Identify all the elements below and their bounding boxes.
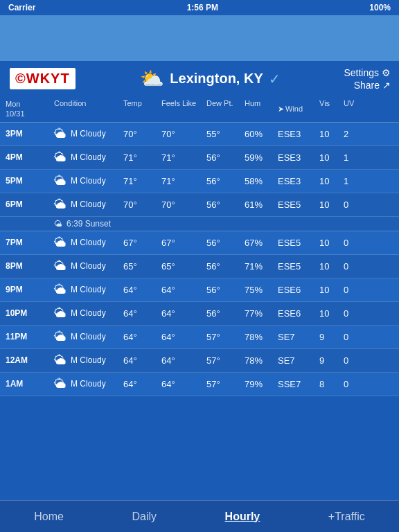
- row-condition: 🌥 M Cloudy: [54, 259, 123, 274]
- cloud-icon: 🌥: [54, 236, 66, 250]
- row-vis: 10: [319, 308, 344, 319]
- row-wind: ESE5: [278, 238, 319, 248]
- cloud-icon: 🌥: [54, 197, 66, 212]
- row-condition: 🌥 M Cloudy: [54, 330, 123, 344]
- wkyt-logo: ©WKYT: [8, 66, 77, 91]
- cloud-icon: 🌥: [54, 377, 66, 391]
- location-label: Lexington, KY: [170, 71, 263, 87]
- col-condition: Condition: [54, 99, 123, 119]
- row-wind: ESE3: [278, 129, 319, 139]
- bottom-navigation: Home Daily Hourly +Traffic: [0, 500, 399, 532]
- table-row: 5PM 🌥 M Cloudy 71° 71° 56° 58% ESE3 10 1: [0, 170, 399, 193]
- location-check-icon[interactable]: ✓: [269, 71, 281, 87]
- table-row: 6PM 🌥 M Cloudy 70° 70° 56° 61% ESE5 10 0: [0, 193, 399, 217]
- row-time: 6PM: [6, 200, 54, 209]
- row-condition: 🌥 M Cloudy: [54, 174, 123, 188]
- cloud-icon: 🌥: [54, 353, 66, 368]
- row-dew: 57°: [206, 332, 245, 342]
- col-vis: Vis: [319, 99, 344, 119]
- app-header: ©WKYT ⛅ Lexington, KY ✓ Settings ⚙ Share…: [0, 61, 399, 96]
- nav-hourly[interactable]: Hourly: [214, 505, 272, 529]
- sunset-label: 6:39 Sunset: [66, 219, 111, 229]
- col-dew-pt: Dew Pt.: [206, 99, 245, 119]
- row-vis: 9: [319, 355, 344, 366]
- row-time: 1AM: [6, 379, 54, 389]
- battery-indicator: 100%: [369, 3, 391, 12]
- row-wind: ESE6: [278, 308, 319, 319]
- row-condition: 🌥 M Cloudy: [54, 353, 123, 368]
- row-temp: 65°: [123, 261, 161, 272]
- row-uv: 0: [344, 332, 368, 342]
- row-uv: 0: [344, 285, 368, 295]
- condition-text: M Cloudy: [71, 176, 106, 186]
- row-feels: 64°: [161, 355, 206, 366]
- table-row: 9PM 🌥 M Cloudy 64° 64° 56° 75% ESE6 10 0: [0, 278, 399, 302]
- row-condition: 🌥 M Cloudy: [54, 127, 123, 141]
- row-uv: 0: [344, 379, 368, 389]
- row-condition: 🌥 M Cloudy: [54, 150, 123, 165]
- row-time: 7PM: [6, 238, 54, 247]
- row-time: 11PM: [6, 332, 54, 342]
- row-vis: 10: [319, 285, 344, 295]
- table-row: 8PM 🌥 M Cloudy 65° 65° 56° 71% ESE5 10 0: [0, 255, 399, 278]
- nav-traffic[interactable]: +Traffic: [317, 505, 376, 529]
- row-time: 9PM: [6, 285, 54, 294]
- row-time: 10PM: [6, 308, 54, 318]
- row-vis: 10: [319, 261, 344, 272]
- row-wind: ESE3: [278, 176, 319, 186]
- row-wind: ESE3: [278, 152, 319, 163]
- row-vis: 10: [319, 238, 344, 248]
- table-row: 3PM 🌥 M Cloudy 70° 70° 55° 60% ESE3 10 2: [0, 123, 399, 146]
- cloud-icon: 🌥: [54, 174, 66, 188]
- settings-action[interactable]: Settings ⚙: [344, 67, 391, 78]
- weather-table: 3PM 🌥 M Cloudy 70° 70° 55° 60% ESE3 10 2…: [0, 123, 399, 396]
- row-temp: 70°: [123, 129, 161, 139]
- condition-text: M Cloudy: [71, 261, 106, 271]
- row-hum: 79%: [245, 379, 278, 389]
- row-wind: SE7: [278, 332, 319, 342]
- row-temp: 64°: [123, 308, 161, 319]
- carrier-signal: Carrier: [8, 3, 35, 12]
- nav-daily[interactable]: Daily: [121, 505, 168, 529]
- row-vis: 10: [319, 152, 344, 163]
- share-action[interactable]: Share ↗: [354, 80, 391, 91]
- row-feels: 71°: [161, 176, 206, 186]
- row-dew: 56°: [206, 261, 245, 272]
- row-time: 5PM: [6, 176, 54, 186]
- row-wind: SSE7: [278, 379, 319, 389]
- row-temp: 64°: [123, 332, 161, 342]
- table-row: 11PM 🌥 M Cloudy 64° 64° 57° 78% SE7 9 0: [0, 326, 399, 349]
- condition-text: M Cloudy: [71, 152, 106, 162]
- cloud-icon: 🌥: [54, 150, 66, 165]
- row-temp: 71°: [123, 176, 161, 186]
- row-condition: 🌥 M Cloudy: [54, 197, 123, 212]
- row-time: 8PM: [6, 261, 54, 271]
- settings-label: Settings: [344, 67, 379, 78]
- row-feels: 70°: [161, 129, 206, 139]
- row-uv: 0: [344, 238, 368, 248]
- row-time: 12AM: [6, 355, 54, 365]
- row-feels: 64°: [161, 332, 206, 342]
- row-dew: 56°: [206, 152, 245, 163]
- row-hum: 77%: [245, 308, 278, 319]
- ad-banner: [0, 15, 399, 61]
- row-feels: 70°: [161, 200, 206, 210]
- condition-text: M Cloudy: [71, 129, 106, 139]
- row-uv: 1: [344, 176, 368, 186]
- row-dew: 56°: [206, 285, 245, 295]
- share-icon: ↗: [382, 80, 391, 91]
- row-temp: 67°: [123, 238, 161, 248]
- cloud-icon: 🌥: [54, 330, 66, 344]
- row-uv: 0: [344, 261, 368, 272]
- row-hum: 78%: [245, 332, 278, 342]
- row-hum: 75%: [245, 285, 278, 295]
- col-date: Mon 10/31: [6, 99, 54, 119]
- condition-text: M Cloudy: [71, 238, 106, 247]
- col-hum: Hum: [245, 99, 278, 119]
- row-temp: 70°: [123, 200, 161, 210]
- table-row: 1AM 🌥 M Cloudy 64° 64° 57° 79% SSE7 8 0: [0, 373, 399, 396]
- cloud-icon: 🌥: [54, 306, 66, 321]
- row-time: 3PM: [6, 129, 54, 139]
- sunset-row: 🌤6:39 Sunset: [0, 217, 399, 231]
- nav-home[interactable]: Home: [23, 505, 75, 529]
